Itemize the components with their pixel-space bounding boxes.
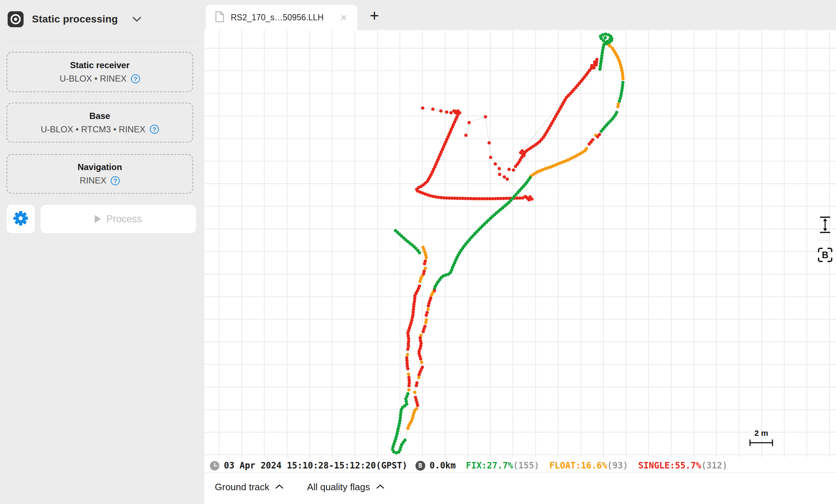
- clock-icon: [210, 461, 220, 471]
- ground-track-plot[interactable]: [204, 30, 836, 458]
- card-value-text: RINEX: [80, 175, 106, 186]
- static-receiver-dropzone[interactable]: Static receiver U-BLOX • RINEX: [7, 52, 193, 92]
- static-processing-app: Static processing Static receiver U-BLOX…: [0, 0, 836, 504]
- single-stat: SINGLE:55.7%(312): [638, 460, 728, 471]
- fix-count: (155): [513, 460, 539, 471]
- fix-stat: FIX:27.7%(155): [466, 460, 539, 471]
- card-value: U-BLOX • RINEX: [60, 74, 140, 84]
- help-icon[interactable]: [131, 74, 140, 83]
- card-value-text: U-BLOX • RTCM3 • RINEX: [41, 124, 145, 135]
- baseline-distance: 0.0km: [430, 460, 456, 471]
- float-stat: FLOAT:16.6%(93): [549, 460, 628, 471]
- chevron-up-icon: [275, 484, 284, 491]
- time-range: 03 Apr 2024 15:10:28-15:12:20(GPST): [224, 460, 407, 471]
- process-button[interactable]: Process: [41, 205, 196, 233]
- scale-bar-label: 2 m: [747, 429, 776, 438]
- base-dropzone[interactable]: Base U-BLOX • RTCM3 • RINEX: [7, 103, 193, 142]
- navigation-dropzone[interactable]: Navigation RINEX: [7, 154, 193, 194]
- sidebar: Static processing Static receiver U-BLOX…: [0, 0, 204, 504]
- gear-icon: [12, 210, 29, 228]
- float-count: (93): [607, 460, 628, 471]
- quality-flags-label: All quality flags: [307, 482, 370, 493]
- tab-active-file[interactable]: RS2_170_s…50956.LLH: [206, 5, 357, 30]
- view-mode-label: Ground track: [215, 482, 269, 493]
- app-logo-icon: [8, 11, 24, 27]
- float-label: FLOAT:16.6%: [549, 460, 607, 471]
- fix-label: FIX:27.7%: [466, 460, 513, 471]
- file-icon: [215, 11, 224, 24]
- fit-vertical-button[interactable]: [815, 215, 835, 236]
- tab-label: RS2_170_s…50956.LLH: [231, 13, 324, 22]
- single-label: SINGLE:55.7%: [638, 460, 701, 471]
- base-focus-icon: B: [817, 247, 833, 263]
- card-value: U-BLOX • RTCM3 • RINEX: [41, 124, 159, 135]
- scale-bar-rule: [747, 438, 776, 447]
- plot-toolbar: B: [815, 215, 835, 266]
- single-count: (312): [701, 460, 727, 471]
- status-bar: 03 Apr 2024 15:10:28-15:12:20(GPST) B 0.…: [210, 458, 728, 473]
- plot-controls: Ground track All quality flags: [215, 482, 385, 493]
- process-button-label: Process: [106, 214, 142, 225]
- toolbar-divider: [818, 240, 832, 240]
- sidebar-divider: [7, 41, 198, 41]
- card-title: Navigation: [78, 162, 122, 172]
- card-title: Base: [89, 111, 110, 121]
- help-icon[interactable]: [150, 125, 159, 134]
- card-value-text: U-BLOX • RINEX: [60, 74, 126, 84]
- app-header[interactable]: Static processing: [8, 11, 142, 27]
- new-tab-button[interactable]: [370, 7, 379, 25]
- ground-track-canvas: [204, 30, 836, 458]
- center-on-base-button[interactable]: B: [815, 244, 835, 266]
- help-icon[interactable]: [111, 176, 120, 185]
- card-title: Static receiver: [70, 60, 130, 70]
- scale-bar: 2 m: [747, 429, 776, 448]
- chevron-up-icon: [376, 484, 385, 491]
- baseline-icon: B: [415, 461, 425, 471]
- card-value: RINEX: [80, 175, 120, 186]
- settings-button[interactable]: [7, 205, 35, 233]
- quality-flags-selector[interactable]: All quality flags: [307, 482, 384, 493]
- play-icon: [95, 215, 101, 223]
- chevron-down-icon[interactable]: [132, 16, 142, 22]
- page-title: Static processing: [32, 13, 118, 25]
- fit-vertical-icon: [818, 216, 832, 235]
- view-mode-selector[interactable]: Ground track: [215, 482, 284, 493]
- close-icon[interactable]: [340, 12, 347, 23]
- status-divider: [204, 472, 836, 473]
